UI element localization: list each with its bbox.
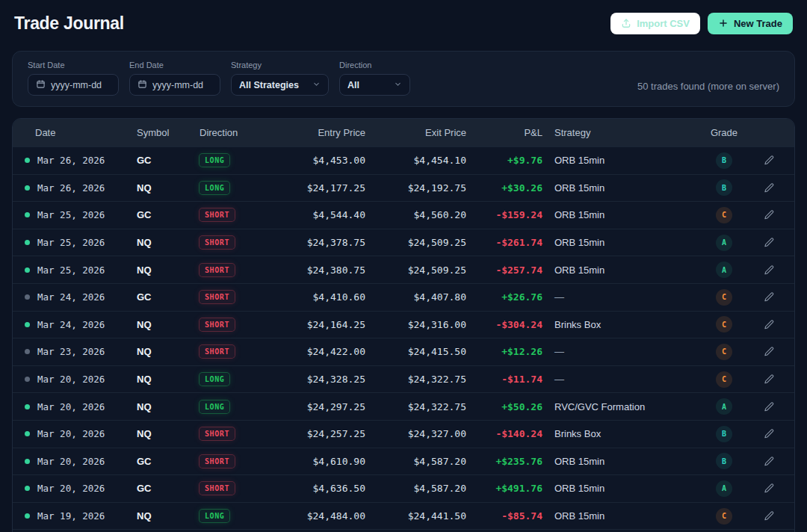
end-date-input[interactable] <box>152 80 212 90</box>
grade-badge: B <box>716 179 732 196</box>
trade-date: Mar 20, 2026 <box>37 456 105 467</box>
end-date-input-wrap <box>129 74 220 96</box>
row-status-dot <box>25 486 30 491</box>
column-header-pnl: P&L <box>466 127 542 138</box>
direction-cell: SHORT <box>200 482 282 495</box>
exit-price: $24,316.00 <box>365 319 466 330</box>
direction-cell: SHORT <box>200 345 282 358</box>
grade-cell: C <box>703 207 745 223</box>
table-row: Mar 19, 2026 NQ LONG $24,484.00 $24,441.… <box>13 502 794 530</box>
grade-cell: A <box>703 262 745 278</box>
edit-trade-button[interactable] <box>758 451 779 471</box>
pencil-icon <box>764 265 775 276</box>
entry-price: $4,453.00 <box>282 155 365 166</box>
direction-badge: LONG <box>200 400 229 413</box>
edit-trade-button[interactable] <box>758 232 779 253</box>
table-row: Mar 26, 2026 NQ LONG $24,177.25 $24,192.… <box>13 174 794 202</box>
actions-cell <box>745 287 782 308</box>
edit-trade-button[interactable] <box>758 369 779 390</box>
start-date-input[interactable] <box>51 80 111 90</box>
start-date-input-wrap <box>28 74 119 96</box>
direction-badge: SHORT <box>200 208 235 221</box>
row-status-dot <box>25 377 30 382</box>
date-cell: Mar 25, 2026 <box>25 265 137 276</box>
grade-cell: C <box>703 508 745 525</box>
edit-trade-button[interactable] <box>758 259 779 280</box>
table-row: Mar 20, 2026 NQ LONG $24,328.25 $24,322.… <box>13 365 794 393</box>
direction-cell: SHORT <box>200 427 282 440</box>
exit-price: $4,587.20 <box>365 483 466 494</box>
end-date-label: End Date <box>129 61 220 69</box>
trade-symbol: GC <box>137 155 200 166</box>
grade-badge: A <box>716 480 732 497</box>
edit-trade-button[interactable] <box>758 287 779 308</box>
grade-badge: C <box>716 289 732 306</box>
edit-trade-button[interactable] <box>758 506 779 527</box>
chevron-down-icon <box>312 80 321 90</box>
entry-price: $4,610.90 <box>282 456 365 467</box>
strategy-select[interactable]: All Strategies <box>231 74 329 96</box>
trade-strategy: — <box>542 291 703 303</box>
table-row: Mar 24, 2026 NQ SHORT $24,164.25 $24,316… <box>13 311 794 338</box>
pnl-value: -$261.74 <box>466 237 542 248</box>
pnl-value: +$26.76 <box>466 291 542 303</box>
direction-badge: LONG <box>200 154 229 167</box>
calendar-icon <box>137 78 147 92</box>
pnl-value: -$85.74 <box>466 510 542 522</box>
column-header-date: Date <box>25 127 137 138</box>
edit-trade-button[interactable] <box>758 205 779 226</box>
trade-date: Mar 20, 2026 <box>37 428 105 439</box>
trade-date: Mar 20, 2026 <box>37 483 105 494</box>
table-row: Mar 25, 2026 GC SHORT $4,544.40 $4,560.2… <box>13 201 794 229</box>
edit-trade-button[interactable] <box>758 478 779 499</box>
import-csv-label: Import CSV <box>637 18 690 29</box>
edit-trade-button[interactable] <box>758 396 779 417</box>
new-trade-button[interactable]: New Trade <box>708 13 793 34</box>
direction-select[interactable]: All <box>339 74 410 96</box>
edit-trade-button[interactable] <box>758 314 779 335</box>
row-status-dot <box>25 158 30 163</box>
trade-symbol: GC <box>137 209 200 220</box>
table-row-partial <box>13 529 794 532</box>
column-header-exit: Exit Price <box>365 127 466 138</box>
date-cell: Mar 20, 2026 <box>25 483 137 494</box>
pencil-icon <box>764 483 775 494</box>
date-cell: Mar 24, 2026 <box>25 291 137 303</box>
grade-cell: C <box>703 289 745 306</box>
result-count: 50 trades found (more on server) <box>637 81 779 96</box>
direction-cell: SHORT <box>200 236 282 249</box>
grade-cell: B <box>703 179 745 196</box>
edit-trade-button[interactable] <box>758 424 779 445</box>
date-cell: Mar 23, 2026 <box>25 346 137 357</box>
pencil-icon <box>764 155 775 166</box>
trade-symbol: NQ <box>137 374 200 385</box>
exit-price: $24,441.50 <box>365 510 466 522</box>
date-cell: Mar 25, 2026 <box>25 237 137 248</box>
import-csv-button[interactable]: Import CSV <box>610 13 700 34</box>
trade-symbol: NQ <box>137 319 200 330</box>
column-header-strategy: Strategy <box>542 127 703 138</box>
table-row: Mar 25, 2026 NQ SHORT $24,378.75 $24,509… <box>13 229 794 256</box>
exit-price: $4,454.10 <box>365 155 466 166</box>
trade-symbol: GC <box>137 456 200 467</box>
row-status-dot <box>25 349 30 354</box>
actions-cell <box>745 396 782 417</box>
entry-price: $24,380.75 <box>282 265 365 276</box>
pencil-icon <box>764 510 775 522</box>
direction-cell: LONG <box>200 373 282 386</box>
date-cell: Mar 20, 2026 <box>25 428 137 439</box>
edit-trade-button[interactable] <box>758 177 779 198</box>
direction-badge: SHORT <box>200 427 235 440</box>
trade-strategy: ORB 15min <box>542 510 703 522</box>
date-cell: Mar 26, 2026 <box>25 155 137 166</box>
pencil-icon <box>764 209 775 220</box>
trade-date: Mar 26, 2026 <box>37 182 105 194</box>
table-row: Mar 20, 2026 NQ SHORT $24,257.25 $24,327… <box>13 420 794 448</box>
table-header-row: Date Symbol Direction Entry Price Exit P… <box>13 119 794 146</box>
grade-cell: A <box>703 480 745 497</box>
grade-cell: C <box>703 371 745 388</box>
actions-cell <box>745 424 782 445</box>
edit-trade-button[interactable] <box>758 341 779 362</box>
table-row: Mar 25, 2026 NQ SHORT $24,380.75 $24,509… <box>13 256 794 283</box>
edit-trade-button[interactable] <box>758 150 779 171</box>
